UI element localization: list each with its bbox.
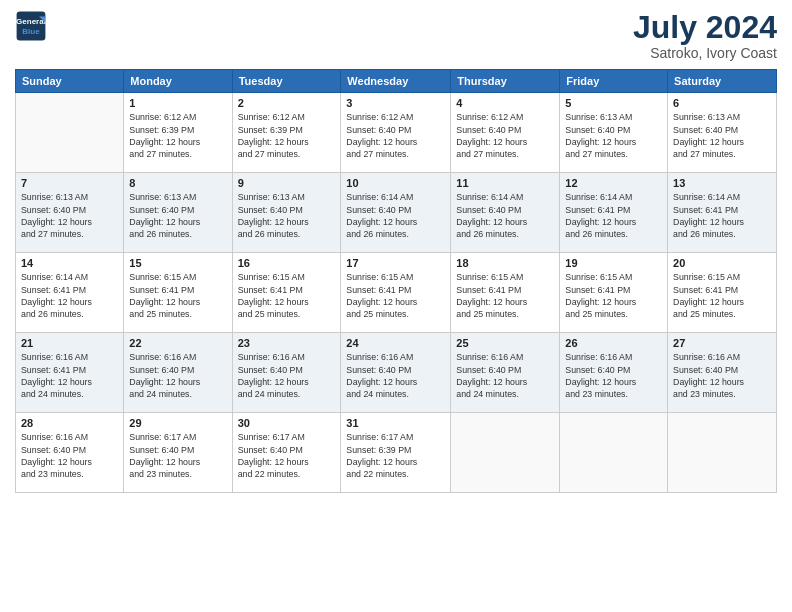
header: General Blue July 2024 Satroko, Ivory Co… [15, 10, 777, 61]
calendar-cell: 25Sunrise: 6:16 AMSunset: 6:40 PMDayligh… [451, 333, 560, 413]
calendar-cell: 28Sunrise: 6:16 AMSunset: 6:40 PMDayligh… [16, 413, 124, 493]
day-number: 21 [21, 337, 118, 349]
day-number: 14 [21, 257, 118, 269]
calendar-cell [668, 413, 777, 493]
day-info: Sunrise: 6:15 AMSunset: 6:41 PMDaylight:… [129, 271, 226, 320]
day-number: 1 [129, 97, 226, 109]
day-info: Sunrise: 6:13 AMSunset: 6:40 PMDaylight:… [129, 191, 226, 240]
day-info: Sunrise: 6:14 AMSunset: 6:41 PMDaylight:… [21, 271, 118, 320]
day-info: Sunrise: 6:17 AMSunset: 6:40 PMDaylight:… [238, 431, 336, 480]
calendar-cell: 2Sunrise: 6:12 AMSunset: 6:39 PMDaylight… [232, 93, 341, 173]
day-number: 19 [565, 257, 662, 269]
calendar-cell: 10Sunrise: 6:14 AMSunset: 6:40 PMDayligh… [341, 173, 451, 253]
day-number: 15 [129, 257, 226, 269]
calendar-cell: 20Sunrise: 6:15 AMSunset: 6:41 PMDayligh… [668, 253, 777, 333]
calendar-cell: 3Sunrise: 6:12 AMSunset: 6:40 PMDaylight… [341, 93, 451, 173]
day-info: Sunrise: 6:14 AMSunset: 6:40 PMDaylight:… [456, 191, 554, 240]
page: General Blue July 2024 Satroko, Ivory Co… [0, 0, 792, 612]
calendar-cell: 17Sunrise: 6:15 AMSunset: 6:41 PMDayligh… [341, 253, 451, 333]
day-info: Sunrise: 6:16 AMSunset: 6:40 PMDaylight:… [346, 351, 445, 400]
calendar-cell: 24Sunrise: 6:16 AMSunset: 6:40 PMDayligh… [341, 333, 451, 413]
day-number: 29 [129, 417, 226, 429]
day-info: Sunrise: 6:17 AMSunset: 6:39 PMDaylight:… [346, 431, 445, 480]
day-info: Sunrise: 6:17 AMSunset: 6:40 PMDaylight:… [129, 431, 226, 480]
day-info: Sunrise: 6:15 AMSunset: 6:41 PMDaylight:… [346, 271, 445, 320]
calendar-cell [560, 413, 668, 493]
day-info: Sunrise: 6:13 AMSunset: 6:40 PMDaylight:… [565, 111, 662, 160]
day-number: 30 [238, 417, 336, 429]
calendar-cell: 1Sunrise: 6:12 AMSunset: 6:39 PMDaylight… [124, 93, 232, 173]
calendar-cell: 29Sunrise: 6:17 AMSunset: 6:40 PMDayligh… [124, 413, 232, 493]
calendar-cell: 8Sunrise: 6:13 AMSunset: 6:40 PMDaylight… [124, 173, 232, 253]
day-number: 27 [673, 337, 771, 349]
header-monday: Monday [124, 70, 232, 93]
day-info: Sunrise: 6:15 AMSunset: 6:41 PMDaylight:… [565, 271, 662, 320]
day-number: 25 [456, 337, 554, 349]
day-info: Sunrise: 6:13 AMSunset: 6:40 PMDaylight:… [21, 191, 118, 240]
calendar-cell: 16Sunrise: 6:15 AMSunset: 6:41 PMDayligh… [232, 253, 341, 333]
calendar-cell: 23Sunrise: 6:16 AMSunset: 6:40 PMDayligh… [232, 333, 341, 413]
day-info: Sunrise: 6:16 AMSunset: 6:40 PMDaylight:… [673, 351, 771, 400]
calendar-cell: 22Sunrise: 6:16 AMSunset: 6:40 PMDayligh… [124, 333, 232, 413]
svg-text:Blue: Blue [22, 27, 40, 36]
header-friday: Friday [560, 70, 668, 93]
day-number: 12 [565, 177, 662, 189]
day-number: 2 [238, 97, 336, 109]
week-row-4: 21Sunrise: 6:16 AMSunset: 6:41 PMDayligh… [16, 333, 777, 413]
day-info: Sunrise: 6:15 AMSunset: 6:41 PMDaylight:… [456, 271, 554, 320]
calendar-cell: 21Sunrise: 6:16 AMSunset: 6:41 PMDayligh… [16, 333, 124, 413]
day-number: 20 [673, 257, 771, 269]
week-row-2: 7Sunrise: 6:13 AMSunset: 6:40 PMDaylight… [16, 173, 777, 253]
day-info: Sunrise: 6:15 AMSunset: 6:41 PMDaylight:… [238, 271, 336, 320]
calendar-cell [451, 413, 560, 493]
header-tuesday: Tuesday [232, 70, 341, 93]
week-row-1: 1Sunrise: 6:12 AMSunset: 6:39 PMDaylight… [16, 93, 777, 173]
calendar-cell: 18Sunrise: 6:15 AMSunset: 6:41 PMDayligh… [451, 253, 560, 333]
day-info: Sunrise: 6:16 AMSunset: 6:40 PMDaylight:… [21, 431, 118, 480]
day-number: 24 [346, 337, 445, 349]
day-info: Sunrise: 6:12 AMSunset: 6:40 PMDaylight:… [456, 111, 554, 160]
week-row-5: 28Sunrise: 6:16 AMSunset: 6:40 PMDayligh… [16, 413, 777, 493]
calendar-cell [16, 93, 124, 173]
day-number: 3 [346, 97, 445, 109]
day-number: 16 [238, 257, 336, 269]
calendar-cell: 26Sunrise: 6:16 AMSunset: 6:40 PMDayligh… [560, 333, 668, 413]
logo: General Blue [15, 10, 47, 42]
day-number: 17 [346, 257, 445, 269]
title-block: July 2024 Satroko, Ivory Coast [633, 10, 777, 61]
day-number: 22 [129, 337, 226, 349]
header-saturday: Saturday [668, 70, 777, 93]
calendar-cell: 14Sunrise: 6:14 AMSunset: 6:41 PMDayligh… [16, 253, 124, 333]
calendar-cell: 6Sunrise: 6:13 AMSunset: 6:40 PMDaylight… [668, 93, 777, 173]
calendar-cell: 7Sunrise: 6:13 AMSunset: 6:40 PMDaylight… [16, 173, 124, 253]
day-info: Sunrise: 6:14 AMSunset: 6:41 PMDaylight:… [565, 191, 662, 240]
header-thursday: Thursday [451, 70, 560, 93]
day-info: Sunrise: 6:13 AMSunset: 6:40 PMDaylight:… [238, 191, 336, 240]
calendar-header-row: Sunday Monday Tuesday Wednesday Thursday… [16, 70, 777, 93]
day-info: Sunrise: 6:16 AMSunset: 6:41 PMDaylight:… [21, 351, 118, 400]
day-info: Sunrise: 6:16 AMSunset: 6:40 PMDaylight:… [129, 351, 226, 400]
day-number: 10 [346, 177, 445, 189]
calendar-cell: 15Sunrise: 6:15 AMSunset: 6:41 PMDayligh… [124, 253, 232, 333]
calendar-table: Sunday Monday Tuesday Wednesday Thursday… [15, 69, 777, 493]
day-info: Sunrise: 6:14 AMSunset: 6:40 PMDaylight:… [346, 191, 445, 240]
calendar-cell: 27Sunrise: 6:16 AMSunset: 6:40 PMDayligh… [668, 333, 777, 413]
day-number: 8 [129, 177, 226, 189]
day-info: Sunrise: 6:12 AMSunset: 6:40 PMDaylight:… [346, 111, 445, 160]
day-number: 23 [238, 337, 336, 349]
day-number: 13 [673, 177, 771, 189]
day-number: 5 [565, 97, 662, 109]
day-number: 26 [565, 337, 662, 349]
day-info: Sunrise: 6:14 AMSunset: 6:41 PMDaylight:… [673, 191, 771, 240]
calendar-cell: 5Sunrise: 6:13 AMSunset: 6:40 PMDaylight… [560, 93, 668, 173]
calendar-cell: 11Sunrise: 6:14 AMSunset: 6:40 PMDayligh… [451, 173, 560, 253]
header-sunday: Sunday [16, 70, 124, 93]
calendar-cell: 30Sunrise: 6:17 AMSunset: 6:40 PMDayligh… [232, 413, 341, 493]
day-info: Sunrise: 6:12 AMSunset: 6:39 PMDaylight:… [129, 111, 226, 160]
day-number: 11 [456, 177, 554, 189]
calendar-cell: 13Sunrise: 6:14 AMSunset: 6:41 PMDayligh… [668, 173, 777, 253]
day-number: 18 [456, 257, 554, 269]
day-number: 28 [21, 417, 118, 429]
day-info: Sunrise: 6:12 AMSunset: 6:39 PMDaylight:… [238, 111, 336, 160]
calendar-cell: 12Sunrise: 6:14 AMSunset: 6:41 PMDayligh… [560, 173, 668, 253]
